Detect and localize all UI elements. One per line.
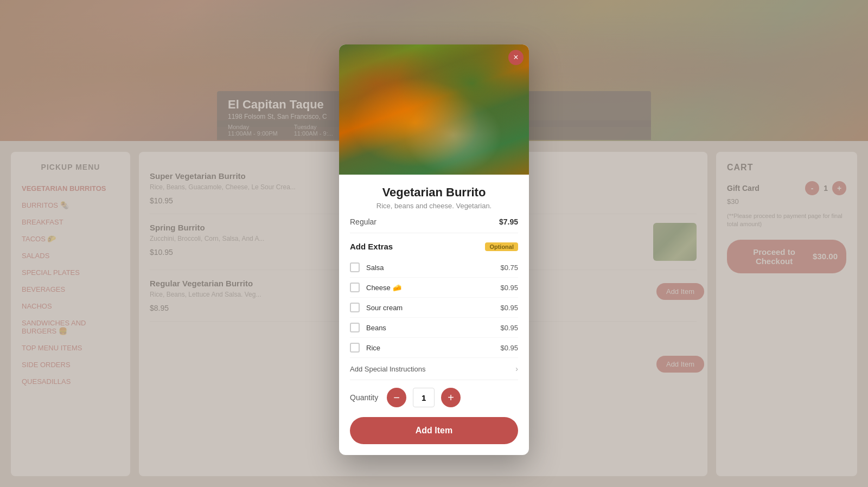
modal-add-item-button[interactable]: Add Item bbox=[350, 417, 518, 444]
modal-extras-title: Add Extras bbox=[350, 242, 393, 251]
extra-name-rice: Rice bbox=[366, 344, 500, 352]
extra-item-cheese: Cheese 🧀 $0.95 bbox=[350, 278, 518, 298]
extra-item-beans: Beans $0.95 bbox=[350, 318, 518, 338]
special-instructions-row[interactable]: Add Special Instructions › bbox=[350, 358, 518, 380]
modal-price-value: $7.95 bbox=[499, 217, 518, 226]
optional-badge: Optional bbox=[485, 242, 518, 251]
extra-checkbox-cheese[interactable] bbox=[350, 283, 360, 292]
extra-name-sour-cream: Sour cream bbox=[366, 304, 500, 312]
quantity-label: Quantity bbox=[350, 393, 378, 402]
modal-item-name: Vegetarian Burrito bbox=[350, 185, 518, 200]
special-instructions-label: Add Special Instructions bbox=[350, 365, 425, 373]
quantity-controls: − + bbox=[387, 388, 461, 407]
extra-checkbox-rice[interactable] bbox=[350, 343, 360, 353]
extra-checkbox-beans[interactable] bbox=[350, 323, 360, 332]
extra-name-salsa: Salsa bbox=[366, 264, 500, 272]
quantity-input[interactable] bbox=[413, 388, 435, 407]
modal-price-row: Regular $7.95 bbox=[350, 217, 518, 233]
extra-checkbox-salsa[interactable] bbox=[350, 262, 360, 272]
quantity-increase-button[interactable]: + bbox=[441, 388, 461, 407]
modal-close-button[interactable]: × bbox=[508, 50, 524, 65]
extra-checkbox-sour-cream[interactable] bbox=[350, 303, 360, 312]
extra-item-sour-cream: Sour cream $0.95 bbox=[350, 298, 518, 318]
extra-price-sour-cream: $0.95 bbox=[500, 304, 518, 312]
modal-extras-header: Add Extras Optional bbox=[350, 242, 518, 251]
modal-overlay: × Vegetarian Burrito Rice, beans and che… bbox=[0, 0, 868, 487]
extra-item-salsa: Salsa $0.75 bbox=[350, 258, 518, 278]
modal-food-image bbox=[339, 44, 529, 175]
extra-price-rice: $0.95 bbox=[500, 344, 518, 352]
extra-price-salsa: $0.75 bbox=[500, 264, 518, 272]
extra-price-beans: $0.95 bbox=[500, 324, 518, 332]
quantity-row: Quantity − + bbox=[350, 380, 518, 415]
extra-item-rice: Rice $0.95 bbox=[350, 338, 518, 358]
extras-list: Salsa $0.75 Cheese 🧀 $0.95 Sour cream $0… bbox=[350, 258, 518, 358]
modal-dialog: × Vegetarian Burrito Rice, beans and che… bbox=[339, 44, 529, 455]
modal-body: Vegetarian Burrito Rice, beans and chees… bbox=[339, 175, 529, 455]
extra-name-cheese: Cheese 🧀 bbox=[366, 284, 500, 292]
quantity-decrease-button[interactable]: − bbox=[387, 388, 406, 407]
extra-price-cheese: $0.95 bbox=[500, 284, 518, 292]
modal-item-description: Rice, beans and cheese. Vegetarian. bbox=[350, 202, 518, 210]
extra-name-beans: Beans bbox=[366, 324, 500, 332]
chevron-right-icon: › bbox=[515, 364, 518, 373]
modal-price-label: Regular bbox=[350, 217, 376, 226]
